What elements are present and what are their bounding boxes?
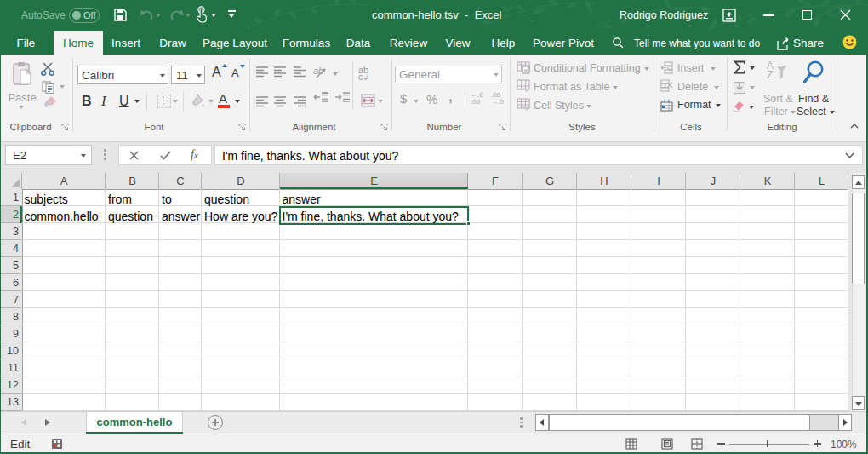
svg-text:ab: ab: [313, 66, 323, 76]
